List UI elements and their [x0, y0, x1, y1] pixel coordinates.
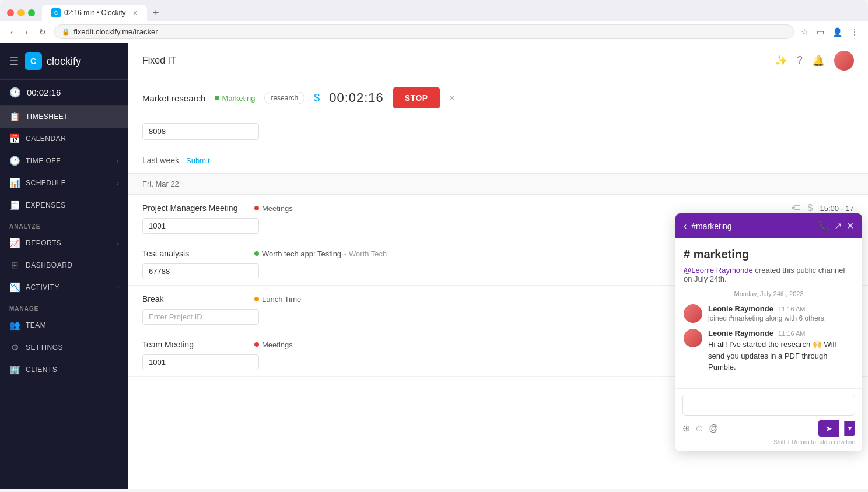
sidebar-item-label-activity: ActiviTY [26, 283, 111, 291]
refresh-button[interactable]: ↻ [36, 25, 50, 39]
msg-header-1: Leonie Raymonde 11:16 AM [708, 304, 854, 313]
tab-favicon: C [51, 8, 61, 17]
sidebar-item-schedule[interactable]: 📊 SCHEDULE › [0, 172, 128, 194]
sidebar-item-label-time-off: TIME OFF [26, 157, 111, 165]
entry-project-sub-2: - Worth Tech [344, 249, 387, 258]
stop-button[interactable]: STOP [393, 87, 440, 108]
avatar-image [834, 51, 854, 71]
entry-id-input-2[interactable] [142, 263, 259, 279]
chat-mention-button[interactable]: @ [709, 423, 718, 434]
chevron-right-icon-reports: › [117, 240, 119, 247]
entry-project-name-3: Lunch Time [262, 295, 301, 304]
sidebar: ☰ C clockify 🕐 00:02:16 📋 TIMESHEET 📅 CA… [0, 43, 128, 489]
billable-icon[interactable]: $ [314, 92, 320, 104]
hamburger-icon[interactable]: ☰ [9, 55, 19, 68]
chat-hint: Shift + Return to add a new line [682, 439, 855, 445]
sidebar-item-dashboard[interactable]: ⊞ DASHBOARD [0, 254, 128, 276]
submit-button[interactable]: Submit [186, 156, 209, 165]
header-actions: ✨ ? 🔔 [775, 51, 854, 71]
active-tab[interactable]: C 02:16 min • Clockify × [42, 5, 147, 21]
workspace-name: Fixed IT [142, 55, 176, 66]
sidebar-item-timesheet[interactable]: 📋 TIMESHEET [0, 106, 128, 128]
entry-title-3: Break [142, 294, 247, 304]
entry-project-2: Worth tech app: Testing - Worth Tech [254, 249, 387, 258]
sidebar-item-expenses[interactable]: 🧾 EXPENSES [0, 194, 128, 216]
sidebar-item-settings[interactable]: ⚙ SETTINGS [0, 336, 128, 359]
sidebar-item-clients[interactable]: 🏢 CLIENTS [0, 359, 128, 381]
chat-expand-button[interactable]: ↗ [834, 220, 842, 231]
msg-time-2: 11:16 AM [778, 330, 805, 337]
chat-emoji-button[interactable]: ☺ [695, 423, 704, 434]
chat-add-button[interactable]: ⊕ [682, 423, 690, 434]
profile-button[interactable]: 👤 [830, 25, 845, 39]
browser-address-bar: ‹ › ↻ 🔒 fixedit.clockify.me/tracker ☆ ▭ … [0, 21, 868, 43]
send-button[interactable]: ➤ [818, 420, 839, 437]
tag-icon-1[interactable]: 🏷 [792, 203, 801, 213]
sidebar-item-label-timesheet: TIMESHEET [26, 113, 119, 121]
sidebar-item-label-reports: REPORTS [26, 239, 111, 247]
entry-id-input-4[interactable] [142, 354, 259, 370]
sidebar-header: ☰ C clockify [0, 43, 128, 80]
app-container: ☰ C clockify 🕐 00:02:16 📋 TIMESHEET 📅 CA… [0, 43, 868, 489]
project-dot-green [215, 96, 219, 100]
reports-icon: 📈 [9, 238, 20, 248]
app-header: Fixed IT ✨ ? 🔔 [128, 43, 868, 78]
msg-header-2: Leonie Raymonde 11:16 AM [708, 329, 854, 338]
week-label: Last week [142, 156, 179, 165]
chat-phone-button[interactable]: 📞 [818, 220, 830, 231]
timer-display[interactable]: 🕐 00:02:16 [0, 80, 128, 106]
menu-button[interactable]: ⋮ [848, 25, 861, 39]
back-button[interactable]: ‹ [7, 25, 17, 39]
msg-sender-2: Leonie Raymonde [708, 329, 774, 338]
channel-created-msg: @Leonie Raymonde created this public cha… [684, 266, 854, 283]
entry-title-2: Test analysis [142, 249, 247, 258]
tracker-entry-name[interactable]: Market research [142, 93, 205, 103]
tracker-tag-badge[interactable]: research [264, 92, 304, 104]
maximize-traffic-light[interactable] [28, 9, 35, 16]
entry-dot-red-1 [254, 206, 259, 210]
chat-input-area: ⊕ ☺ @ ➤ ▾ Shift + Return to add a new li… [676, 388, 862, 451]
tracker-close-button[interactable]: × [449, 92, 456, 104]
magic-icon-button[interactable]: ✨ [775, 54, 788, 67]
msg-sender-1: Leonie Raymonde [708, 304, 774, 313]
analyze-section-label: ANALYZE [0, 216, 128, 232]
minimize-traffic-light[interactable] [18, 9, 24, 16]
send-more-button[interactable]: ▾ [844, 421, 855, 436]
sidebar-toggle-button[interactable]: ▭ [814, 25, 827, 39]
chat-back-button[interactable]: ‹ [684, 221, 687, 231]
expenses-icon: 🧾 [9, 200, 20, 210]
help-icon-button[interactable]: ? [797, 54, 803, 66]
chat-close-button[interactable]: ✕ [846, 220, 854, 231]
timesheet-header: Last week Submit [128, 147, 868, 174]
sidebar-item-time-off[interactable]: 🕐 TIME OFF › [0, 150, 128, 172]
chat-header-actions: 📞 ↗ ✕ [818, 220, 854, 231]
sidebar-item-activity[interactable]: 📉 ActiviTY › [0, 276, 128, 298]
bell-icon-button[interactable]: 🔔 [812, 54, 825, 67]
entry-id-input-3[interactable] [142, 309, 259, 325]
new-tab-button[interactable]: + [149, 7, 163, 19]
main-content: Fixed IT ✨ ? 🔔 Market research Marketing… [128, 43, 868, 489]
close-traffic-light[interactable] [7, 9, 14, 16]
billable-icon-1[interactable]: $ [808, 203, 813, 213]
chevron-right-icon-schedule: › [117, 180, 119, 187]
sidebar-item-calendar[interactable]: 📅 CALENDAR [0, 128, 128, 150]
dashboard-icon: ⊞ [9, 260, 20, 270]
forward-button[interactable]: › [22, 25, 32, 39]
tracker-project-id-input[interactable] [142, 123, 259, 140]
time-off-icon: 🕐 [9, 156, 20, 166]
chat-body: # marketing @Leonie Raymonde created thi… [676, 238, 862, 388]
tab-close-button[interactable]: × [133, 8, 138, 17]
sidebar-item-label-expenses: EXPENSES [26, 201, 119, 209]
sidebar-item-label-calendar: CALENDAR [26, 135, 119, 143]
sidebar-item-label-team: TEAM [26, 321, 119, 329]
sidebar-item-team[interactable]: 👥 TEAM [0, 314, 128, 336]
url-text: fixedit.clockify.me/tracker [74, 27, 158, 36]
entry-id-input-1[interactable] [142, 218, 259, 234]
sidebar-item-reports[interactable]: 📈 REPORTS › [0, 232, 128, 254]
logo-text: clockify [47, 55, 81, 68]
tracker-project-badge[interactable]: Marketing [215, 94, 255, 103]
bookmark-button[interactable]: ☆ [799, 25, 811, 39]
url-input[interactable]: 🔒 fixedit.clockify.me/tracker [54, 24, 794, 39]
user-avatar[interactable] [834, 51, 854, 71]
chat-input[interactable] [682, 395, 855, 416]
